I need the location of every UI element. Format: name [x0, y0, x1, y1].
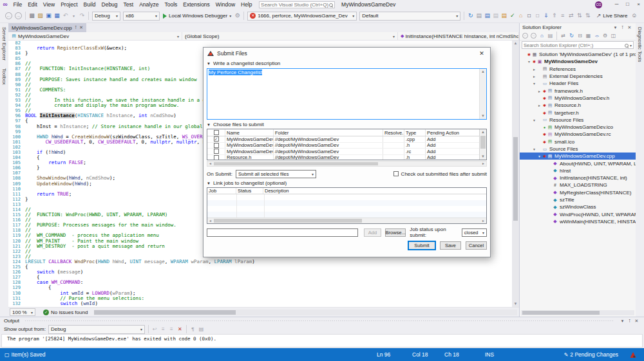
menu-debug[interactable]: Debug [99, 0, 120, 9]
column-header-job[interactable]: Job [207, 188, 236, 194]
menu-test[interactable]: Test [120, 0, 137, 9]
account-avatar[interactable]: CG [595, 1, 602, 8]
close-icon[interactable]: ✕ [633, 319, 640, 324]
perforce-notification-icon[interactable] [630, 348, 636, 361]
refresh-icon[interactable] [567, 32, 576, 40]
expander-icon[interactable]: ▾ [531, 118, 537, 122]
navigate-backward-icon[interactable]: ← [5, 12, 12, 19]
output-log[interactable]: The program '[25824] MyWindowsGameDev.ex… [1, 334, 643, 347]
server-explorer-tab[interactable]: Server Explorer [0, 23, 8, 64]
checkout-file-icon[interactable] [500, 12, 508, 20]
tree-item[interactable]: ✱targetver.h [520, 109, 636, 116]
tree-item[interactable]: ✱Solution 'MyWindowsGameDev' (1 of 1 pro… [520, 51, 636, 58]
tree-item[interactable]: About(HWND, UINT, WPARAM, LPARAM) [520, 160, 636, 167]
attach-icon[interactable] [233, 12, 242, 20]
solution-search-input[interactable] [524, 42, 624, 48]
window-position-icon[interactable]: ▾ [619, 319, 626, 324]
column-header-resolve[interactable]: Resolve.. [383, 129, 404, 136]
scroll-down-icon[interactable]: ▼ [512, 301, 519, 307]
file-row[interactable]: MyWindowsGameDev.rc//depot/MyWindowsGame… [207, 149, 479, 155]
expander-icon[interactable]: ▸ [531, 67, 537, 71]
menu-edit[interactable]: Edit [25, 0, 41, 9]
description-scrollbar[interactable]: ▲▼ [479, 69, 486, 119]
navigate-forward-icon[interactable]: → [15, 12, 22, 19]
close-button[interactable]: × [633, 0, 644, 9]
tree-item[interactable]: ✱MyWindowsGameDev.h [520, 95, 636, 102]
project-dropdown[interactable]: MyWindowsGameDev▾ [8, 32, 182, 40]
pin-icon[interactable]: ⊺ [75, 25, 77, 30]
switch-views-icon[interactable] [546, 32, 554, 40]
error-list-dropdown[interactable]: ✕ 1666, perforce, MyWindowsGame_Dev▾ [247, 12, 357, 21]
tree-item[interactable]: InitInstance(HINSTANCE, int) [520, 174, 636, 181]
start-debugging-button[interactable]: Local Windows Debugger▾ [163, 12, 231, 21]
menu-window[interactable]: Window [213, 0, 238, 9]
new-item-icon[interactable] [28, 12, 36, 20]
job-status-dropdown[interactable]: closed▾ [462, 228, 487, 237]
sort-icon-1[interactable] [575, 12, 583, 20]
close-icon[interactable]: ✕ [626, 25, 633, 30]
edit-file-icon[interactable] [491, 12, 500, 20]
messages-list-icon-2[interactable] [167, 326, 176, 333]
tree-item[interactable]: ▸External Dependencies [520, 73, 636, 80]
tree-item[interactable]: ▸✱framework.h [520, 87, 636, 94]
tree-item[interactable]: ▾✱MyWindowsGameDev.cpp [520, 153, 636, 160]
show-all-files-icon[interactable] [584, 32, 592, 40]
pin-icon[interactable]: ⊺ [619, 25, 626, 30]
tree-item[interactable]: ●MyWindowsGameDev.ico [520, 124, 636, 131]
jobs-horizontal-scrollbar[interactable]: ◄ ► [207, 218, 486, 223]
forward-icon[interactable]: → [531, 33, 536, 39]
checkout-after-submit-checkbox[interactable] [393, 171, 399, 176]
open-file-icon[interactable] [36, 12, 44, 20]
member-dropdown[interactable]: InitInstance(HINSTANCE hInstance, int nC… [398, 32, 519, 40]
column-header-pending-action[interactable]: Pending Action [426, 129, 479, 136]
column-header-status[interactable]: Status [236, 188, 263, 194]
tree-item[interactable]: hInst [520, 167, 636, 174]
panel-drag-grip[interactable] [24, 320, 614, 322]
search-input[interactable] [261, 2, 328, 8]
menu-view[interactable]: View [40, 0, 57, 9]
mark-add-icon[interactable] [508, 12, 516, 20]
menu-build[interactable]: Build [80, 0, 99, 9]
history-icon[interactable] [558, 12, 567, 20]
tree-item[interactable]: WndProc(HWND, UINT, WPARAM, LPARAM) [520, 211, 636, 218]
submit-button[interactable]: Submit [408, 241, 435, 250]
word-wrap-icon[interactable] [189, 326, 197, 333]
column-header-description[interactable]: Description [263, 188, 486, 194]
collapse-section-icon[interactable]: ▼ [207, 123, 211, 127]
tree-item[interactable]: ▾✱MyWindowsGameDev [520, 58, 636, 65]
save-button[interactable]: Save [440, 241, 461, 250]
collapse-section-icon[interactable]: ▼ [207, 181, 211, 185]
tree-item[interactable]: szWindowClass [520, 203, 636, 210]
expander-icon[interactable]: ▾ [531, 147, 537, 151]
file-row[interactable]: ✓MyWindowsGameDev.c...//depot/MyWindowsG… [207, 136, 479, 143]
compare-icon[interactable] [567, 12, 575, 20]
expander-icon[interactable]: ▸ [531, 74, 537, 79]
editor-vertical-scrollbar[interactable]: ▲ ▼ [512, 41, 519, 307]
feedback-icon[interactable] [630, 12, 638, 20]
zoom-dropdown[interactable]: 100 %▾ [10, 308, 35, 316]
toolbox-tab[interactable]: Toolbox [0, 64, 8, 89]
search-box[interactable] [259, 1, 335, 8]
file-checkbox[interactable] [214, 149, 219, 154]
solution-horizontal-scrollbar[interactable] [521, 310, 634, 315]
expander-icon[interactable]: ▸ [536, 103, 542, 107]
expander-icon[interactable]: ▾ [526, 59, 532, 64]
new-file-icon[interactable] [475, 12, 483, 20]
tree-item[interactable]: MAX_LOADSTRING [520, 181, 636, 189]
files-table-scrollbar[interactable]: ▲ ▼ [479, 129, 486, 160]
expander-icon[interactable]: ▾ [531, 81, 537, 86]
window-position-icon[interactable]: ▾ [612, 25, 619, 30]
files-horizontal-scrollbar[interactable]: ◄► [207, 161, 487, 167]
collapse-section-icon[interactable]: ▼ [207, 62, 211, 66]
add-file-icon[interactable] [483, 12, 491, 20]
file-checkbox[interactable] [214, 155, 219, 160]
solution-configuration-dropdown[interactable]: Debug▾ [92, 12, 120, 21]
get-latest-icon[interactable] [542, 12, 550, 20]
document-tab[interactable]: MyWindowsGameDev.cpp ⊺ ✕ [8, 23, 86, 32]
preview-icon[interactable] [609, 32, 618, 40]
tree-item[interactable]: ✱small.ico [520, 138, 636, 145]
home-icon[interactable] [538, 32, 546, 40]
toggle-autoscroll-icon[interactable] [197, 326, 205, 333]
close-tab-icon[interactable]: ✕ [79, 25, 83, 30]
column-header-folder[interactable]: Folder [274, 129, 383, 136]
